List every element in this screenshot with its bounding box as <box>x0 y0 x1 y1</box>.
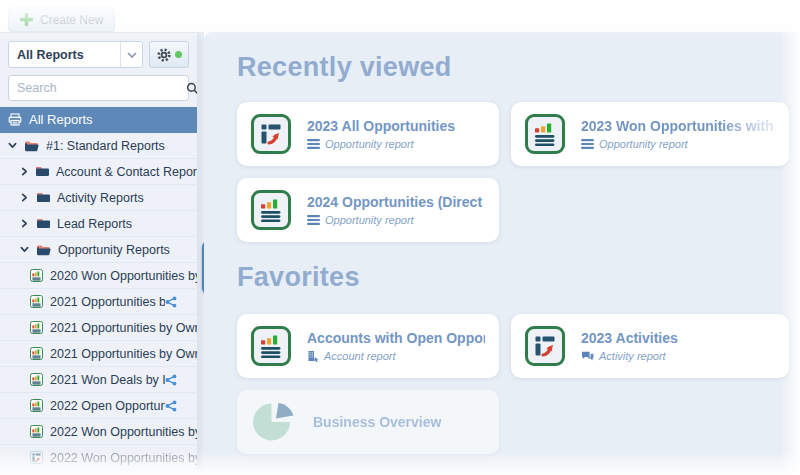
bar-chart-icon <box>525 114 565 154</box>
pivot-chart-icon <box>251 114 291 154</box>
settings-button[interactable] <box>149 41 189 68</box>
bar-chart-icon <box>251 326 291 366</box>
section-title-favorites: Favorites <box>237 262 360 293</box>
tree-item-label: All Reports <box>29 112 93 127</box>
tree-item[interactable]: Opportunity Reports <box>0 237 197 263</box>
report-card-title: 2023 All Opportunities <box>307 118 455 134</box>
tree-item-label: 2021 Won Deals by In... <box>50 373 165 387</box>
tree-item-label: 2022 Open Opportunit... <box>50 399 165 413</box>
create-new-button[interactable]: Create New <box>8 7 115 32</box>
report-card[interactable]: 2023 All Opportunities Opportunity repor… <box>237 102 499 166</box>
top-toolbar: Create New <box>0 0 800 32</box>
pie-chart-icon <box>251 400 297 444</box>
chat-icon <box>581 351 594 362</box>
folder-closed-icon <box>35 166 49 177</box>
tree-item[interactable]: 2022 Won Opportunities by... <box>0 419 197 445</box>
report-bar-icon <box>30 399 43 412</box>
report-card[interactable]: 2023 Activities Activity report <box>511 314 789 378</box>
tree-item[interactable]: 2021 Won Deals by In... <box>0 367 197 393</box>
report-bar-icon <box>30 269 43 282</box>
expand-chevron-icon[interactable] <box>20 193 36 202</box>
tree-item-label: 2020 Won Opportunities by... <box>50 269 197 283</box>
tree-item-label: 2021 Opportunities by Own... <box>50 321 197 335</box>
tree-item[interactable]: 2022 Open Opportunit... <box>0 393 197 419</box>
tree-item-label: #1: Standard Reports <box>46 139 165 153</box>
report-card[interactable]: 2024 Opportunities (Direct Sales) Opport… <box>237 178 499 242</box>
report-bar-icon <box>30 295 43 308</box>
tree-item[interactable]: 2020 Won Opportunities by... <box>0 263 197 289</box>
create-new-label: Create New <box>40 13 103 27</box>
recently-viewed-grid: 2023 All Opportunities Opportunity repor… <box>237 102 789 242</box>
report-card[interactable]: Accounts with Open Opportunities... Acco… <box>237 314 499 378</box>
status-dot <box>175 51 182 58</box>
list-icon <box>307 215 320 225</box>
report-type-label: Account report <box>324 350 396 362</box>
list-icon <box>581 139 594 149</box>
expand-chevron-icon[interactable] <box>8 141 24 150</box>
main-panel: Recently viewed 2023 All Opportunities O… <box>204 32 800 475</box>
gear-icon <box>156 47 172 63</box>
tree-item-label: Account & Contact Reports <box>56 165 197 179</box>
report-bar-icon <box>30 347 43 360</box>
tree-item-label: Opportunity Reports <box>58 243 170 257</box>
share-icon[interactable] <box>165 296 177 308</box>
tree-item-label: 2021 Opportunities by... <box>50 295 165 309</box>
tree-item[interactable]: 2021 Opportunities by Own... <box>0 341 197 367</box>
tree-item[interactable]: Lead Reports <box>0 211 197 237</box>
search-input[interactable] <box>9 81 186 95</box>
folder-open-icon <box>36 244 51 256</box>
favorites-grid: Accounts with Open Opportunities... Acco… <box>237 314 789 454</box>
list-icon <box>307 139 320 149</box>
report-bar-icon <box>30 373 43 386</box>
report-bar-icon <box>30 425 43 438</box>
tree-item[interactable]: 2021 Opportunities by... <box>0 289 197 315</box>
report-type-label: Opportunity report <box>325 138 414 150</box>
report-card[interactable]: Business Overview <box>237 390 499 454</box>
tree-item-label: 2021 Opportunities by Own... <box>50 347 197 361</box>
expand-chevron-icon[interactable] <box>20 167 35 176</box>
all-reports-icon <box>8 113 22 126</box>
report-type-label: Opportunity report <box>325 214 414 226</box>
report-card[interactable]: 2023 Won Opportunities with Total... Opp… <box>511 102 789 166</box>
plus-icon <box>20 13 33 26</box>
report-type-label: Activity report <box>599 350 666 362</box>
report-card-title: 2024 Opportunities (Direct Sales) <box>307 194 485 210</box>
tree-item[interactable]: Activity Reports <box>0 185 197 211</box>
share-icon[interactable] <box>165 374 177 386</box>
tree-item-label: Activity Reports <box>57 191 144 205</box>
folder-open-icon <box>24 140 39 152</box>
expand-chevron-icon[interactable] <box>20 219 36 228</box>
report-card-title: 2023 Activities <box>581 330 678 346</box>
report-filter-select[interactable]: All Reports <box>8 41 143 68</box>
share-icon[interactable] <box>165 400 177 412</box>
report-pivot-icon <box>30 451 43 464</box>
report-bar-icon <box>30 321 43 334</box>
tree-item[interactable]: Account & Contact Reports <box>0 159 197 185</box>
tree-item-label: 2022 Won Opportunities by... <box>50 451 197 465</box>
folder-closed-icon <box>36 218 50 229</box>
sidebar: All Reports <box>0 32 197 475</box>
reports-app: Create New All Reports <box>0 0 800 475</box>
building-icon <box>307 350 319 362</box>
tree-item-label: 2022 Won Opportunities by... <box>50 425 197 439</box>
tree-item[interactable]: 2022 Won Opportunities by... <box>0 445 197 471</box>
sidebar-search <box>8 75 189 101</box>
folder-closed-icon <box>36 192 50 203</box>
report-card-title: Business Overview <box>313 414 441 430</box>
bar-chart-icon <box>251 190 291 230</box>
expand-chevron-icon[interactable] <box>20 245 36 254</box>
pivot-chart-icon <box>525 326 565 366</box>
report-filter-value: All Reports <box>9 48 120 62</box>
tree-item[interactable]: All Reports <box>0 107 197 133</box>
report-card-title: 2023 Won Opportunities with Total... <box>581 118 775 134</box>
tree-item[interactable]: #1: Standard Reports <box>0 133 197 159</box>
section-title-recently-viewed: Recently viewed <box>237 52 452 83</box>
report-tree: All Reports #1: Standard Reports Account… <box>0 107 197 475</box>
tree-item[interactable]: 2023 All Opportunities <box>0 471 197 475</box>
chevron-down-icon <box>120 42 142 67</box>
report-type-label: Opportunity report <box>599 138 688 150</box>
report-card-title: Accounts with Open Opportunities... <box>307 330 485 346</box>
tree-item-label: Lead Reports <box>57 217 132 231</box>
tree-item[interactable]: 2021 Opportunities by Own... <box>0 315 197 341</box>
